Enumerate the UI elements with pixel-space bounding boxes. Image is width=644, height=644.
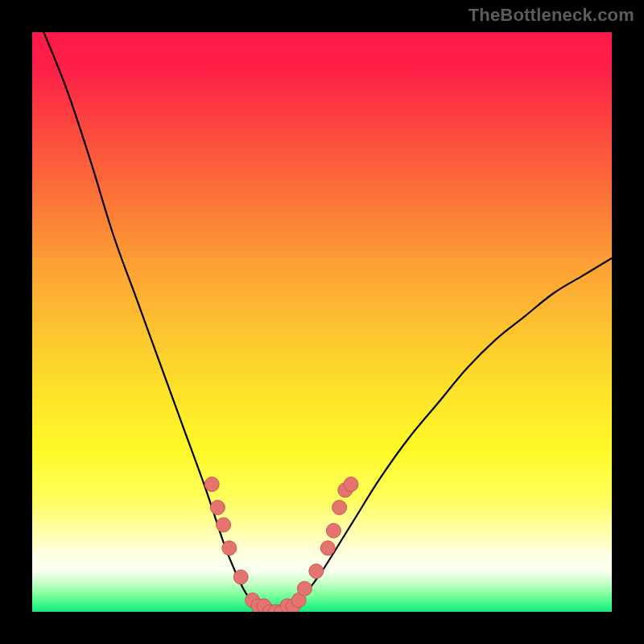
watermark-text: TheBottleneck.com	[469, 5, 634, 26]
marker-dot	[233, 570, 248, 584]
marker-dot	[204, 477, 219, 492]
chart-frame: TheBottleneck.com	[0, 0, 644, 644]
marker-dot	[320, 541, 335, 555]
marker-dot	[326, 523, 341, 538]
highlighted-points	[204, 477, 358, 612]
marker-dot	[217, 518, 231, 532]
marker-dot	[297, 581, 312, 596]
chart-svg	[32, 32, 612, 612]
marker-dot	[222, 541, 237, 555]
marker-dot	[344, 477, 358, 492]
bottleneck-curve	[43, 32, 612, 612]
marker-dot	[210, 500, 225, 514]
marker-dot	[332, 500, 347, 514]
plot-area	[32, 32, 612, 612]
marker-dot	[309, 564, 324, 579]
